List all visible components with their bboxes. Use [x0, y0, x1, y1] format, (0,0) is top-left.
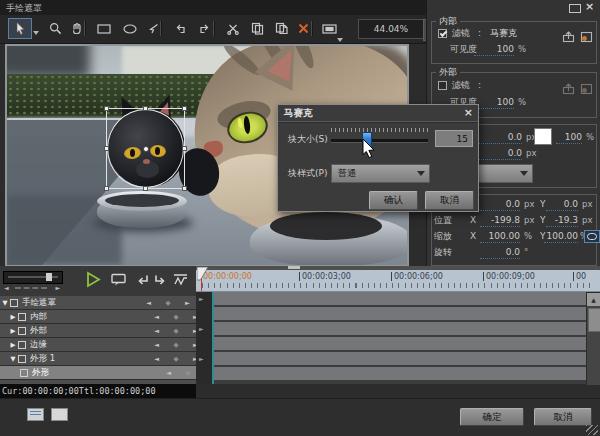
preview-window-button[interactable]: [110, 272, 127, 292]
mask-handle-nw[interactable]: [104, 106, 109, 111]
mask-handle-n[interactable]: [143, 106, 148, 111]
track-row-inner[interactable]: ▶ 内部 ◄◆►: [0, 310, 204, 324]
position-x-value[interactable]: -199.8: [480, 214, 520, 227]
cancel-button[interactable]: 取消: [534, 408, 592, 426]
zoom-in-arrow-icon[interactable]: ►: [55, 284, 60, 291]
lane-arrow-icon[interactable]: ►: [199, 325, 204, 332]
timeline-ruler[interactable]: 00:00:00;00 00:00:03;00 00:00:06;00 00:0…: [196, 270, 600, 292]
track-row-edge[interactable]: ▶ 边缘 ◄◆►: [0, 338, 204, 352]
track-checkbox[interactable]: [18, 341, 26, 349]
scale-y-value[interactable]: 100.00: [544, 230, 578, 243]
timeline-hscroll-thumb[interactable]: [288, 266, 300, 269]
maximize-icon[interactable]: [569, 4, 581, 13]
scroll-up-icon[interactable]: ▲: [587, 293, 600, 306]
mask-handle-ne[interactable]: [182, 106, 187, 111]
blank-frame-icon[interactable]: [51, 408, 68, 421]
prev-keyframe-icon[interactable]: ◄: [146, 299, 151, 307]
mask-handle-e[interactable]: [182, 146, 187, 151]
jump-start-button[interactable]: [134, 272, 150, 291]
offset-x-value[interactable]: 0.0: [480, 198, 520, 211]
expand-closed-icon[interactable]: ▶: [8, 341, 18, 349]
prev-keyframe-icon[interactable]: ◄: [154, 313, 159, 321]
vscrollbar-thumb[interactable]: [588, 308, 600, 332]
track-checkbox[interactable]: [20, 369, 28, 377]
track-row-shape-selected[interactable]: 外形 ◄◆►: [0, 366, 216, 380]
timeline-vscrollbar[interactable]: ▲: [586, 292, 600, 386]
position-y-value[interactable]: -19.3: [546, 214, 578, 227]
lane-arrow-icon[interactable]: ►: [199, 295, 204, 302]
expand-closed-icon[interactable]: ▶: [8, 313, 18, 321]
prev-keyframe-icon[interactable]: ◄: [154, 341, 159, 349]
zoom-level-field[interactable]: 44.04%: [358, 19, 424, 39]
scale-x-value[interactable]: 100.00: [480, 230, 520, 243]
track-row-mask[interactable]: ▼ 手绘遮罩 ◄◆►: [0, 296, 196, 310]
block-size-value-field[interactable]: 15: [435, 130, 473, 147]
mask-center-point[interactable]: [143, 146, 149, 152]
confirm-button[interactable]: 确认: [369, 191, 418, 210]
timeline-lane[interactable]: [214, 322, 586, 337]
rectangle-tool-button[interactable]: [92, 18, 116, 39]
ellipse-tool-button[interactable]: [118, 18, 142, 39]
prev-keyframe-icon[interactable]: ◄: [166, 369, 171, 377]
paste-button[interactable]: [269, 18, 293, 39]
mask-handle-sw[interactable]: [104, 186, 109, 191]
timeline-lane[interactable]: [214, 292, 586, 307]
timeline-lane[interactable]: [214, 337, 586, 352]
dialog-cancel-button[interactable]: 取消: [425, 191, 474, 210]
add-keyframe-icon[interactable]: ◆: [166, 299, 171, 307]
outer-visibility-value[interactable]: 100: [474, 96, 514, 109]
track-checkbox[interactable]: [18, 313, 26, 321]
inner-filter-value[interactable]: 马赛克: [490, 28, 517, 39]
add-keyframe-icon[interactable]: ◆: [186, 369, 191, 377]
track-checkbox[interactable]: [10, 299, 18, 307]
add-keyframe-icon[interactable]: ◆: [174, 327, 179, 335]
ok-button[interactable]: 确定: [460, 408, 524, 426]
prev-keyframe-icon[interactable]: ◄: [154, 355, 159, 363]
inner-visibility-value[interactable]: 100: [474, 43, 514, 56]
timeline-zoom-slider[interactable]: [3, 271, 63, 284]
timeline-lane[interactable]: [214, 367, 586, 382]
filter-options-icon[interactable]: [580, 80, 593, 92]
edge-opacity-value[interactable]: 100: [556, 131, 582, 144]
timeline-lane[interactable]: [214, 307, 586, 322]
lane-arrow-icon[interactable]: ►: [199, 355, 204, 362]
scale-link-icon[interactable]: [584, 230, 600, 243]
add-keyframe-icon[interactable]: ◆: [174, 341, 179, 349]
fit-screen-dropdown[interactable]: [337, 38, 343, 42]
undo-button[interactable]: [168, 18, 192, 39]
track-checkbox[interactable]: [18, 355, 26, 363]
expand-open-icon[interactable]: ▼: [0, 299, 10, 307]
filter-load-icon[interactable]: [562, 80, 575, 92]
prev-keyframe-icon[interactable]: ◄: [154, 327, 159, 335]
select-tool-dropdown[interactable]: [33, 31, 39, 35]
copy-button[interactable]: [245, 18, 269, 39]
filter-load-icon[interactable]: [562, 28, 575, 40]
playhead-flag[interactable]: [197, 267, 209, 281]
expand-open-icon[interactable]: ▼: [8, 355, 18, 363]
add-keyframe-icon[interactable]: ◆: [174, 355, 179, 363]
rotation-value[interactable]: 0.0: [480, 246, 520, 259]
inner-filter-checkbox[interactable]: [438, 29, 447, 38]
resize-grip[interactable]: [586, 425, 598, 435]
add-keyframe-icon[interactable]: ◆: [174, 313, 179, 321]
mask-handle-se[interactable]: [182, 186, 187, 191]
block-style-dropdown[interactable]: 普通: [331, 164, 430, 183]
mask-handle-s[interactable]: [143, 186, 148, 191]
play-button[interactable]: [84, 270, 102, 293]
close-icon[interactable]: ×: [585, 0, 594, 13]
dialog-close-icon[interactable]: ×: [464, 106, 473, 119]
jump-end-button[interactable]: [153, 272, 169, 291]
expand-closed-icon[interactable]: ▶: [8, 327, 18, 335]
select-tool-button[interactable]: [8, 18, 32, 39]
thumbnail-view-icon[interactable]: [27, 408, 44, 421]
fit-screen-button[interactable]: [317, 18, 341, 39]
timeline-lane[interactable]: [214, 352, 586, 367]
offset-y-value[interactable]: 0.0: [546, 198, 578, 211]
track-checkbox[interactable]: [18, 327, 26, 335]
outer-filter-checkbox[interactable]: [438, 81, 447, 90]
track-row-shape1[interactable]: ▼ 外形 1 ◄◆►: [0, 352, 204, 366]
next-keyframe-icon[interactable]: ►: [185, 299, 190, 307]
edge-color-swatch[interactable]: [534, 128, 552, 145]
mask-bounding-box[interactable]: [106, 108, 185, 189]
track-row-outer[interactable]: ▶ 外部 ◄◆►: [0, 324, 204, 338]
